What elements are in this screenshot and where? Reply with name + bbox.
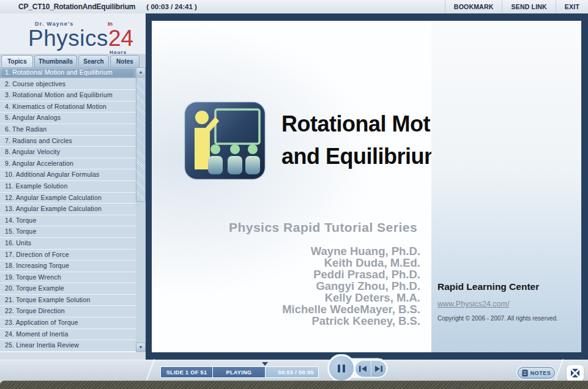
author-name: Gangyi Zhou, Ph.D. bbox=[282, 280, 420, 292]
topic-item[interactable]: 25. Linear Inertia Review bbox=[0, 340, 136, 351]
next-slide-button[interactable] bbox=[371, 361, 387, 377]
topic-item[interactable]: 21. Torque Example Solution bbox=[0, 295, 136, 306]
series-title: Physics Rapid Tutorial Series bbox=[210, 220, 436, 235]
exit-button[interactable]: EXIT bbox=[556, 0, 588, 13]
tab-topics[interactable]: Topics bbox=[1, 55, 33, 67]
authors-list: Wayne Huang, Ph.D.Keith Duda, M.Ed.Peddi… bbox=[282, 245, 420, 327]
bookmark-button[interactable]: BOOKMARK bbox=[445, 0, 502, 13]
topic-item[interactable]: 13. Angular Example Calculation bbox=[0, 204, 136, 215]
logo-number: 24 bbox=[108, 26, 133, 51]
slide-frame-top bbox=[146, 13, 588, 21]
top-actions: BOOKMARK SEND LINK EXIT bbox=[445, 0, 588, 13]
copyright-text: Copyright © 2006 - 2007. All rights rese… bbox=[437, 315, 558, 322]
fullscreen-icon bbox=[570, 368, 581, 379]
next-icon bbox=[374, 366, 383, 372]
pause-icon bbox=[338, 365, 340, 372]
topic-item[interactable]: 3. Rotational Motion and Equilibrium bbox=[0, 90, 136, 101]
presentation-title: CP_CT10_RotationAndEquilibrium bbox=[18, 2, 135, 11]
prev-next-pill bbox=[355, 361, 386, 377]
topic-item[interactable]: 2. Course objectives bbox=[0, 79, 136, 90]
notes-icon bbox=[522, 369, 528, 377]
topic-item[interactable]: 9. Angular Acceleration bbox=[0, 158, 136, 169]
topics-list: 1. Rotational Motion and Equilibrium2. C… bbox=[0, 67, 136, 352]
slide-frame-right bbox=[581, 21, 588, 352]
author-name: Keith Duda, M.Ed. bbox=[282, 257, 420, 269]
topic-item[interactable]: 7. Radians and Circles bbox=[0, 136, 136, 147]
topic-item[interactable]: 14. Torque bbox=[0, 215, 136, 226]
topics-scrollbar[interactable]: ▲ ▼ bbox=[136, 67, 146, 352]
topic-item[interactable]: 5. Angular Analogs bbox=[0, 113, 136, 124]
topic-item[interactable]: 4. Kinematics of Rotational Motion bbox=[0, 102, 136, 113]
fullscreen-button[interactable] bbox=[567, 365, 584, 381]
physics24-logo: Dr. Wayne's Physics24 In Hours bbox=[0, 13, 146, 54]
total-elapsed-time: ( 00:03 / 24:41 ) bbox=[146, 3, 196, 10]
topic-item[interactable]: 22. Torque Direction bbox=[0, 306, 136, 317]
tab-search[interactable]: Search bbox=[78, 55, 109, 67]
website-link[interactable]: www.Physics24.com/ bbox=[437, 300, 509, 308]
logo-wordmark: Physics24 bbox=[28, 26, 133, 51]
bottom-strip bbox=[0, 380, 588, 389]
course-player-window: CP_CT10_RotationAndEquilibrium ( 00:03 /… bbox=[0, 0, 588, 389]
notes-label: NOTES bbox=[530, 370, 551, 376]
topic-item[interactable]: 24. Moment of Inertia bbox=[0, 329, 136, 340]
slide-frame-left bbox=[146, 21, 152, 352]
scroll-up-icon: ▲ bbox=[139, 70, 143, 74]
slide-main-area: Rotational Motion and Equilibrium Physic… bbox=[152, 21, 431, 352]
time-segment[interactable]: 00:03 / 00:05 bbox=[266, 367, 318, 377]
topic-item[interactable]: 15. Torque bbox=[0, 226, 136, 237]
author-name: Kelly Deters, M.A. bbox=[282, 292, 420, 303]
logo-word: Physics bbox=[28, 26, 108, 51]
playback-controls bbox=[324, 354, 389, 383]
send-link-button[interactable]: SEND LINK bbox=[502, 0, 555, 13]
pause-button[interactable] bbox=[329, 356, 354, 380]
author-name: Michelle WedeMayer, B.S. bbox=[282, 303, 420, 315]
presenter-icon bbox=[184, 101, 266, 180]
topic-item[interactable]: 1. Rotational Motion and Equilibrium bbox=[0, 67, 136, 78]
scroll-down-icon: ▼ bbox=[139, 345, 143, 349]
topic-item[interactable]: 12. Angular Example Calculation bbox=[0, 193, 136, 204]
tab-notes[interactable]: Notes bbox=[110, 55, 140, 67]
sidebar-tabs: Topics Thumbnails Search Notes bbox=[0, 54, 146, 67]
scrollbar-thumb[interactable] bbox=[136, 77, 146, 202]
slide-stage: Rotational Motion and Equilibrium Physic… bbox=[152, 21, 581, 352]
author-name: Wayne Huang, Ph.D. bbox=[282, 245, 420, 257]
slide-count-segment[interactable]: SLIDE 1 OF 51 bbox=[161, 367, 212, 377]
topic-item[interactable]: 19. Torque Wrench bbox=[0, 272, 136, 283]
topic-item[interactable]: 17. Direction of Force bbox=[0, 250, 136, 261]
topic-item[interactable]: 11. Example Solution bbox=[0, 181, 136, 192]
slide-right-panel: Rapid Learning Center www.Physics24.com/… bbox=[431, 21, 581, 352]
tab-thumbnails[interactable]: Thumbnails bbox=[34, 55, 77, 67]
logo-in-text: In bbox=[108, 21, 113, 27]
author-name: Patrick Keeney, B.S. bbox=[282, 315, 420, 327]
scroll-down-button[interactable]: ▼ bbox=[136, 343, 146, 352]
status-segment[interactable]: PLAYING bbox=[213, 367, 265, 377]
notes-button[interactable]: NOTES bbox=[518, 367, 555, 379]
top-bar: CP_CT10_RotationAndEquilibrium ( 00:03 /… bbox=[0, 0, 588, 13]
scroll-up-button[interactable]: ▲ bbox=[136, 67, 146, 76]
playhead-icon[interactable] bbox=[262, 362, 268, 366]
topic-item[interactable]: 18. Increasing Torque bbox=[0, 261, 136, 272]
previous-slide-button[interactable] bbox=[355, 361, 371, 377]
org-name: Rapid Learning Center bbox=[437, 281, 539, 292]
logo-hours-text: Hours bbox=[110, 50, 127, 54]
previous-icon bbox=[359, 366, 368, 372]
seek-bar[interactable]: SLIDE 1 OF 51 PLAYING 00:03 / 00:05 bbox=[160, 366, 319, 378]
author-name: Peddi Prasad, Ph.D. bbox=[282, 269, 420, 280]
topic-item[interactable]: 16. Units bbox=[0, 238, 136, 249]
topic-item[interactable]: 10. Additional Angular Formulas bbox=[0, 169, 136, 180]
topic-item[interactable]: 20. Torque Example bbox=[0, 283, 136, 294]
topic-item[interactable]: 23. Application of Torque bbox=[0, 317, 136, 328]
topic-item[interactable]: 6. The Radian bbox=[0, 124, 136, 135]
topic-item[interactable]: 8. Angular Velocity bbox=[0, 147, 136, 158]
